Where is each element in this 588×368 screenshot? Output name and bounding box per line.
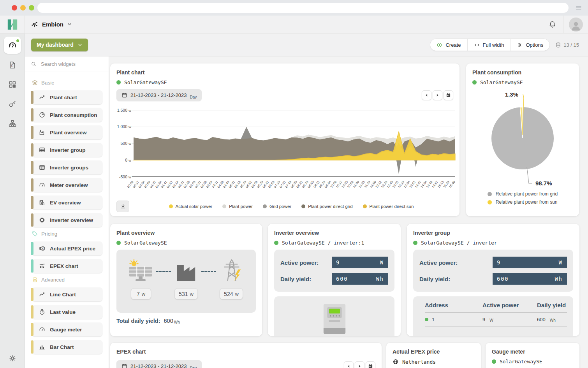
widget-inverter-group: Inverter group SolarGatewaySE / inverter… xyxy=(407,224,579,336)
sidebar-item-last-value[interactable]: Last value xyxy=(32,305,102,319)
legend-item[interactable]: Relative plant power from sun xyxy=(488,199,558,205)
prev-period-button[interactable] xyxy=(344,361,354,368)
search-input[interactable] xyxy=(40,61,103,67)
widget-inverter-overview: Inverter overview SolarGatewaySE / inver… xyxy=(268,224,401,336)
sidebar-item-bar-chart[interactable]: Bar Chart xyxy=(32,340,102,354)
rail-divider xyxy=(0,342,25,342)
device-row: SolarGatewaySE xyxy=(116,79,453,85)
sidebar-item-inverter-overview[interactable]: Inverter overview xyxy=(32,213,102,227)
pie-icon xyxy=(39,111,46,118)
table-icon xyxy=(39,164,46,171)
metric-row: Active power: 9W xyxy=(280,254,388,271)
item-accent xyxy=(31,323,33,336)
window-minimize-button[interactable] xyxy=(20,5,26,11)
window-close-button[interactable] xyxy=(12,5,17,11)
sitemap-icon xyxy=(8,119,17,128)
user-menu[interactable] xyxy=(563,16,588,33)
svg-text:1.000 W: 1.000 W xyxy=(117,124,132,129)
sidebar-item-epex-chart[interactable]: EPEX chart xyxy=(32,259,102,273)
sidebar-item-line-chart[interactable]: Line Chart xyxy=(32,287,102,301)
browser-chrome xyxy=(0,0,588,16)
sidebar-item-inverter-groups[interactable]: Inverter groups xyxy=(32,160,102,174)
svg-text:0 W: 0 W xyxy=(125,158,132,162)
search-row xyxy=(25,56,109,72)
device-status-dot xyxy=(274,241,278,245)
sidebar-item-plant-overview[interactable]: Plant overview xyxy=(32,125,102,139)
legend-item[interactable]: Grid power xyxy=(263,204,291,209)
dashboard-selector-button[interactable]: My dashboard xyxy=(31,39,88,51)
sidebar-item-plant-chart[interactable]: Plant chart xyxy=(32,90,102,104)
legend-item[interactable]: Plant power xyxy=(222,204,253,209)
org-selector[interactable]: Embion xyxy=(25,16,72,33)
table-header: Daily yield xyxy=(537,298,567,313)
widget-plant-chart: Plant chart SolarGatewaySE 21-12-2023 - … xyxy=(110,63,459,216)
toolbar-button-group: Create Full width Options xyxy=(430,39,550,51)
sidebar-item-meter-overview[interactable]: Meter overview xyxy=(32,178,102,192)
rail-item-hierarchy[interactable] xyxy=(0,114,25,133)
sidebar-item-inverter-group[interactable]: Inverter group xyxy=(32,143,102,157)
device-status-dot xyxy=(413,241,417,245)
inverter-table-panel: AddressActive powerDaily yield1 9W 600Wh xyxy=(413,296,573,336)
flow-value-solar: 7W xyxy=(131,288,151,299)
rail-item-invoices[interactable]: € xyxy=(0,55,25,75)
gear-icon xyxy=(8,354,17,363)
metric-row: Daily yield: 600Wh xyxy=(419,271,567,287)
item-accent xyxy=(31,340,33,354)
legend-dot xyxy=(169,204,173,208)
meter-icon xyxy=(39,326,46,333)
sidebar-item-gauge-meter[interactable]: Gauge meter xyxy=(32,322,102,336)
url-bar[interactable] xyxy=(37,3,569,13)
app-logo[interactable] xyxy=(0,16,25,33)
sidebar-item-ev-overview[interactable]: EV overview xyxy=(32,195,102,210)
legend-item[interactable]: Relative plant power from grid xyxy=(488,191,558,197)
legend-item[interactable]: Plant power direct grid xyxy=(301,204,352,209)
table-row-daily-yield: 600Wh xyxy=(537,313,567,327)
org-name: Embion xyxy=(42,21,63,28)
inverter-table: AddressActive powerDaily yield1 9W 600Wh xyxy=(425,298,567,327)
rail-item-widgets[interactable] xyxy=(0,75,25,94)
widget-title: Plant chart xyxy=(116,69,453,76)
window-zoom-button[interactable] xyxy=(29,5,34,11)
next-period-button[interactable] xyxy=(355,361,364,368)
table-header: Address xyxy=(425,298,482,313)
full-width-button[interactable]: Full width xyxy=(467,39,511,51)
sidebar-item-plant-consumption[interactable]: Plant consumption xyxy=(32,108,102,122)
svg-text:500 W: 500 W xyxy=(120,141,131,146)
today-button[interactable] xyxy=(444,90,453,100)
rail-item-access-keys[interactable] xyxy=(0,94,25,114)
options-button[interactable]: Options xyxy=(510,39,549,51)
legend-item[interactable]: Actual solar power xyxy=(169,204,213,209)
legend-item[interactable]: Plant power direct sun xyxy=(363,204,414,209)
metric-row: Daily yield: 600Wh xyxy=(280,271,388,287)
metrics-panel: Active power: 9W Daily yield: 600Wh xyxy=(274,250,394,292)
notifications-button[interactable] xyxy=(541,16,563,33)
widget-title: Gauge meter xyxy=(492,349,573,355)
item-accent xyxy=(31,242,33,255)
widget-title: Inverter overview xyxy=(274,230,394,236)
sidebar-item-actual-epex-price[interactable]: € Actual EPEX price xyxy=(32,241,102,255)
item-accent xyxy=(31,259,33,273)
create-button[interactable]: Create xyxy=(430,39,467,51)
next-period-button[interactable] xyxy=(433,90,442,100)
menu-icon[interactable] xyxy=(575,4,583,11)
svg-text:€: € xyxy=(42,247,44,250)
bell-icon xyxy=(548,20,556,28)
flow-node-plant: 531W xyxy=(171,259,201,299)
dashboard-toolbar: My dashboard Create Full width Options xyxy=(25,33,588,56)
widget-title: EPEX chart xyxy=(116,349,375,355)
today-button[interactable] xyxy=(366,361,375,368)
item-accent xyxy=(31,288,33,301)
date-range-picker[interactable]: 21-12-2023 - 21-12-2023 Day xyxy=(116,89,202,101)
legend-dot xyxy=(263,204,267,208)
calendar-icon xyxy=(121,92,127,98)
download-button[interactable] xyxy=(116,201,129,212)
layers-icon xyxy=(32,79,38,86)
rail-item-settings[interactable] xyxy=(0,354,25,363)
prev-period-button[interactable] xyxy=(422,90,431,100)
device-row: SolarGatewaySE xyxy=(492,359,573,364)
tag-icon xyxy=(32,231,38,237)
database-icon xyxy=(555,42,561,48)
rail-item-dashboard[interactable] xyxy=(4,37,21,54)
date-range-picker[interactable]: 21-12-2023 - 21-12-2023 Day xyxy=(116,360,202,368)
device-status-dot xyxy=(116,241,121,245)
